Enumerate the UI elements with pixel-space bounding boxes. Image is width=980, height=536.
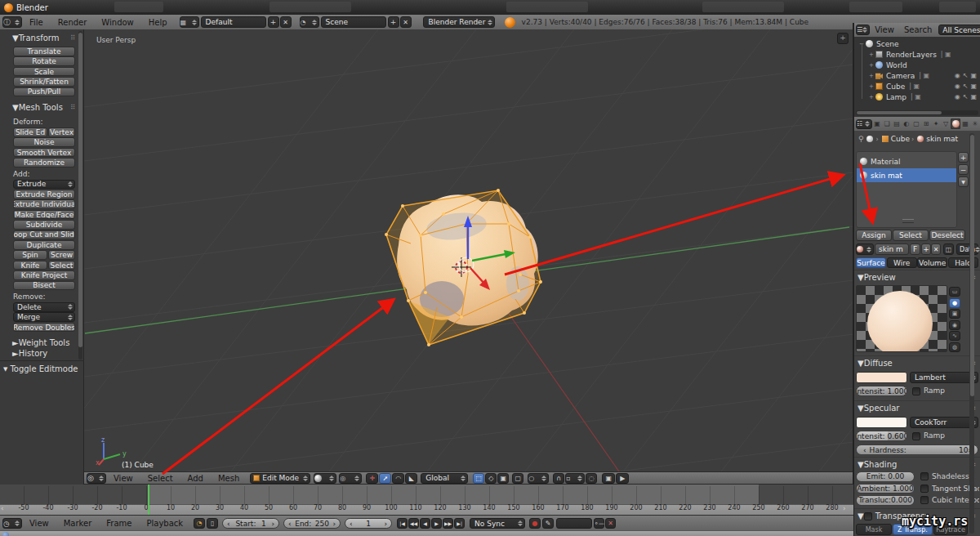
disclosure-icon[interactable]: − xyxy=(859,41,866,47)
outliner-item-cube[interactable]: +Cube| ▣◉↖▣ xyxy=(854,81,980,92)
properties-tab-render[interactable]: ▣ xyxy=(872,118,882,129)
properties-tab-material[interactable] xyxy=(951,118,960,129)
tool-button-make-edge-face[interactable]: Make Edge/Face xyxy=(13,210,75,220)
properties-scrollbar[interactable] xyxy=(969,133,974,534)
preview-monkey-button[interactable]: ◉ xyxy=(949,320,960,330)
disclosure-icon[interactable]: + xyxy=(869,73,875,79)
vh-snap-target-button[interactable]: ◌ xyxy=(586,473,597,484)
decrement-arrow-icon[interactable]: ‹ xyxy=(863,446,866,454)
vh-opengl-render-anim-button[interactable]: ▶ xyxy=(616,473,629,484)
outliner-item-lamp[interactable]: +Lamp| ▣◉↖▣ xyxy=(854,92,980,102)
disclosure-icon[interactable]: + xyxy=(869,94,875,100)
vh-manipulator-toggle-button[interactable]: ✛ xyxy=(366,473,378,484)
delete-keyframe-button[interactable]: ✕ xyxy=(605,518,616,529)
outliner-item-scene[interactable]: −Scene xyxy=(854,38,980,49)
vh-menu-add[interactable]: Add xyxy=(180,474,211,483)
scene-field[interactable]: Scene xyxy=(321,16,386,28)
specular-shader-dropdown[interactable]: CookTorr xyxy=(910,417,978,428)
preview-hair-button[interactable]: ∿ xyxy=(949,331,960,341)
material-browse-dropdown[interactable] xyxy=(856,243,874,255)
vh-orientation-dropdown[interactable]: Global xyxy=(421,473,468,484)
timeline-editor-type-button[interactable]: ◷ xyxy=(2,518,22,529)
tool-button-slide-ed[interactable]: Slide Ed xyxy=(13,127,47,137)
vh-vertex-select-button[interactable]: ⬚ xyxy=(473,473,484,484)
panel-header-shading[interactable]: ▼ Shading⠶ xyxy=(858,459,977,470)
properties-tab-texture[interactable]: ▦ xyxy=(960,118,970,129)
specular-color-swatch[interactable] xyxy=(856,417,907,428)
vh-opengl-render-button[interactable]: ▣ xyxy=(602,473,615,484)
material-slot-specials-button[interactable]: ▼ xyxy=(958,176,969,187)
timeline-menu-playback[interactable]: Playback xyxy=(139,519,190,528)
preview-cube-button[interactable]: ▣ xyxy=(949,309,960,319)
properties-tab-world[interactable]: ◐ xyxy=(902,118,911,129)
outliner-item-camera[interactable]: +Camera| ▣◉↖▣ xyxy=(854,70,980,81)
shading-field-2[interactable]: Transluc:0.000 xyxy=(856,495,915,506)
panel-header-specular[interactable]: ▼ Specular⠶ xyxy=(858,403,977,413)
editor-type-button[interactable]: ⓘ xyxy=(2,16,22,28)
disclosure-icon[interactable]: + xyxy=(869,83,875,90)
diffuse-ramp-checkbox[interactable] xyxy=(912,387,920,395)
properties-tab-object-data[interactable]: ▽ xyxy=(941,118,951,129)
disclosure-icon[interactable]: + xyxy=(869,62,875,69)
jump-to-start-button[interactable]: |◀ xyxy=(397,518,408,529)
tool-dropdown-extrude[interactable]: Extrude xyxy=(13,180,75,190)
scene-datablock-button[interactable]: ◔ xyxy=(300,16,319,28)
properties-tab-object[interactable]: ▢ xyxy=(911,118,921,129)
tool-button-bisect[interactable]: Bisect xyxy=(13,281,75,291)
material-slot-skin-mat[interactable]: skin mat xyxy=(857,168,956,182)
material-unlink-button[interactable]: ✕ xyxy=(931,243,941,255)
material-deselect-button[interactable]: Deselect xyxy=(929,230,965,241)
frame-end-field[interactable]: ‹End:250› xyxy=(283,518,341,529)
tool-button-spin[interactable]: Spin xyxy=(13,250,47,260)
layout-delete-button[interactable]: ✕ xyxy=(280,16,292,28)
renderability-toggle[interactable]: ▣ xyxy=(970,93,977,100)
active-keying-set-field[interactable] xyxy=(556,518,592,529)
panel-header-preview[interactable]: ▼ Preview⠶ xyxy=(858,272,977,283)
vh-manipulator-scale-button[interactable]: ◣ xyxy=(405,473,417,484)
current-frame-field[interactable]: ‹1› xyxy=(345,518,392,529)
decrement-arrow-icon[interactable]: ‹ xyxy=(227,520,230,528)
tool-button-translate[interactable]: Translate xyxy=(13,47,75,56)
link-data-dropdown[interactable]: Data xyxy=(956,243,978,255)
tool-button-vertex[interactable]: Vertex xyxy=(48,127,75,137)
material-assign-button[interactable]: Assign xyxy=(856,230,892,241)
panel-header-diffuse[interactable]: ▼ Diffuse⠶ xyxy=(858,358,977,368)
properties-tab-modifiers[interactable]: ✦ xyxy=(931,118,941,129)
tool-button-loop-cut-and-slide[interactable]: Loop Cut and Slide xyxy=(13,230,75,240)
renderability-toggle[interactable]: ▣ xyxy=(970,83,977,90)
timeline-menu-marker[interactable]: Marker xyxy=(56,519,100,528)
outliner-display-dropdown[interactable]: All Scenes xyxy=(938,25,980,35)
timeline-menu-frame[interactable]: Frame xyxy=(99,519,139,528)
insert-keyframe-button[interactable]: ⚬— xyxy=(594,518,604,529)
sync-mode-dropdown[interactable]: No Sync xyxy=(470,518,525,529)
tool-button-screw[interactable]: Screw xyxy=(48,250,75,260)
shading-field-0[interactable]: Emit: 0.00 xyxy=(856,471,915,482)
material-name-field[interactable]: skin m xyxy=(875,243,909,255)
vh-manipulator-translate-button[interactable]: ➚ xyxy=(379,473,391,484)
vh-edge-select-button[interactable]: ◇ xyxy=(485,473,497,484)
tool-button-extrude-region[interactable]: Extrude Region xyxy=(13,190,75,199)
tool-button-scale[interactable]: Scale xyxy=(13,67,75,77)
proportional-edit-dropdown[interactable]: ○ xyxy=(528,473,549,484)
specular-ramp-checkbox[interactable] xyxy=(912,432,920,440)
increment-arrow-icon[interactable]: › xyxy=(272,520,275,528)
preview-sphere-button[interactable]: ● xyxy=(949,298,960,308)
menu-window[interactable]: Window xyxy=(94,18,140,27)
menu-help[interactable]: Help xyxy=(141,18,175,27)
panel-header-mesh-tools[interactable]: ▼ Mesh Tools⠿ xyxy=(12,102,76,113)
specular-intensity-slider[interactable]: Intensit: 0.600 xyxy=(856,431,907,441)
preview-world-button[interactable]: ◍ xyxy=(949,342,960,352)
collapsed-panel-history[interactable]: ► History xyxy=(12,348,76,358)
scene-delete-button[interactable]: ✕ xyxy=(400,16,412,28)
selectability-toggle[interactable]: ↖ xyxy=(963,72,969,79)
play-reverse-button[interactable]: ◀ xyxy=(420,518,430,529)
decrement-arrow-icon[interactable]: ‹ xyxy=(288,520,292,528)
visibility-toggle[interactable]: ◉ xyxy=(955,72,960,79)
shading-checkbox-1[interactable] xyxy=(920,485,929,493)
tool-button-shrink-fatten[interactable]: Shrink/Fatten xyxy=(13,77,75,87)
timeline-keying-filter-button[interactable]: ▯ xyxy=(207,518,218,529)
selectability-toggle[interactable]: ↖ xyxy=(963,83,969,90)
menu-file[interactable]: File xyxy=(22,18,51,27)
3d-viewport[interactable]: User Persp (1) Cube + z y x xyxy=(84,29,853,471)
selectability-toggle[interactable]: ↖ xyxy=(963,93,969,100)
